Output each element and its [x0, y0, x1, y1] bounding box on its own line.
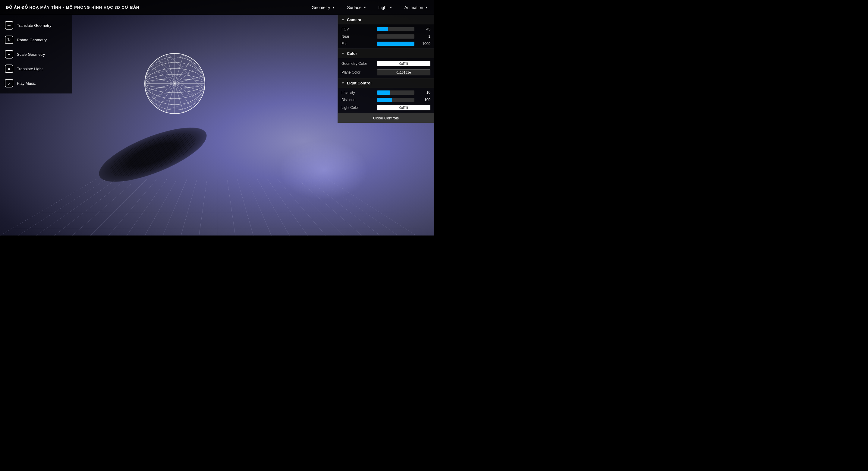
plane-color-row: Plane Color 0x15151e — [338, 68, 434, 77]
translate-light-icon: ● — [5, 64, 13, 73]
translate-geometry-icon: ✛ — [5, 21, 13, 30]
intensity-slider[interactable] — [377, 90, 414, 95]
distance-value: 100 — [417, 98, 430, 102]
light-control-section-header[interactable]: ▼ Light Control — [338, 79, 434, 88]
color-section: ▼ Color Geometry Color 0xffffff Plane Co… — [338, 49, 434, 79]
light-color-button[interactable]: 0xffffff — [377, 105, 430, 110]
distance-slider-fill — [377, 98, 392, 102]
geometry-color-label: Geometry Color — [341, 61, 375, 66]
nav-item-light[interactable]: Light ▼ — [378, 5, 393, 10]
near-slider-fill — [377, 34, 377, 38]
distance-label: Distance — [341, 98, 375, 102]
distance-slider[interactable] — [377, 98, 414, 102]
near-slider[interactable] — [377, 34, 414, 38]
surface-chevron-icon: ▼ — [364, 6, 367, 9]
camera-section-content: FOV 45 Near 1 Far 1000 — [338, 24, 434, 49]
fov-row: FOV 45 — [338, 26, 434, 33]
color-section-header[interactable]: ▼ Color — [338, 49, 434, 58]
color-section-content: Geometry Color 0xffffff Plane Color 0x15… — [338, 58, 434, 78]
light-control-arrow-icon: ▼ — [341, 81, 344, 85]
play-music-icon: ♪ — [5, 79, 13, 87]
sidebar-item-play-music[interactable]: ♪ Play Music — [0, 76, 72, 90]
fov-slider-fill — [377, 27, 388, 31]
control-panel: ▼ Camera FOV 45 Near 1 Far — [338, 15, 434, 123]
camera-arrow-icon: ▼ — [341, 18, 344, 22]
nav-item-surface[interactable]: Surface ▼ — [347, 5, 366, 10]
far-value: 1000 — [417, 41, 430, 46]
near-label: Near — [341, 34, 375, 38]
sidebar-item-rotate-geometry[interactable]: ↻ Rotate Geometry — [0, 33, 72, 47]
light-chevron-icon: ▼ — [390, 6, 393, 9]
near-value: 1 — [417, 34, 430, 38]
camera-section-header[interactable]: ▼ Camera — [338, 15, 434, 24]
geometry-chevron-icon: ▼ — [332, 6, 335, 9]
far-slider-fill — [377, 41, 414, 46]
light-control-section-content: Intensity 10 Distance 100 Light Color 0x… — [338, 88, 434, 113]
fov-value: 45 — [417, 27, 430, 31]
fov-slider[interactable] — [377, 27, 414, 31]
intensity-value: 10 — [417, 90, 430, 95]
camera-section: ▼ Camera FOV 45 Near 1 Far — [338, 15, 434, 49]
nav-item-animation[interactable]: Animation ▼ — [404, 5, 428, 10]
light-control-section: ▼ Light Control Intensity 10 Distance 10… — [338, 79, 434, 113]
close-controls-button[interactable]: Close Controls — [338, 113, 434, 123]
distance-row: Distance 100 — [338, 96, 434, 104]
geometry-color-row: Geometry Color 0xffffff — [338, 59, 434, 68]
animation-chevron-icon: ▼ — [425, 6, 428, 9]
topbar: ĐỒ ÁN ĐỒ HOẠ MÁY TÍNH - MÔ PHỎNG HÌNH HỌ… — [0, 0, 434, 15]
far-slider[interactable] — [377, 41, 414, 46]
far-label: Far — [341, 41, 375, 46]
sidebar-item-translate-light[interactable]: ● Translate Light — [0, 61, 72, 76]
sidebar-item-translate-geometry[interactable]: ✛ Translate Geometry — [0, 18, 72, 33]
light-color-label: Light Color — [341, 106, 375, 110]
svg-line-31 — [197, 53, 205, 61]
rotate-geometry-icon: ↻ — [5, 36, 13, 44]
near-row: Near 1 — [338, 33, 434, 40]
far-row: Far 1000 — [338, 40, 434, 47]
plane-color-label: Plane Color — [341, 70, 375, 75]
floor-light — [278, 140, 369, 200]
intensity-slider-fill — [377, 90, 390, 95]
app-title: ĐỒ ÁN ĐỒ HOẠ MÁY TÍNH - MÔ PHỎNG HÌNH HỌ… — [6, 5, 139, 10]
geometry-color-button[interactable]: 0xffffff — [377, 61, 430, 66]
fov-label: FOV — [341, 27, 375, 31]
light-color-row: Light Color 0xffffff — [338, 104, 434, 112]
svg-point-32 — [145, 54, 205, 113]
color-arrow-icon: ▼ — [341, 52, 344, 55]
plane-color-button[interactable]: 0x15151e — [377, 69, 430, 76]
intensity-row: Intensity 10 — [338, 89, 434, 96]
sphere-container — [143, 52, 207, 116]
sidebar-item-scale-geometry[interactable]: ✦ Scale Geometry — [0, 47, 72, 61]
nav-item-geometry[interactable]: Geometry ▼ — [312, 5, 335, 10]
scale-geometry-icon: ✦ — [5, 50, 13, 59]
nav-menu: Geometry ▼ Surface ▼ Light ▼ Animation ▼ — [312, 5, 428, 10]
grid-floor — [0, 179, 434, 235]
intensity-label: Intensity — [341, 90, 375, 95]
sidebar: ✛ Translate Geometry ↻ Rotate Geometry ✦… — [0, 15, 72, 93]
